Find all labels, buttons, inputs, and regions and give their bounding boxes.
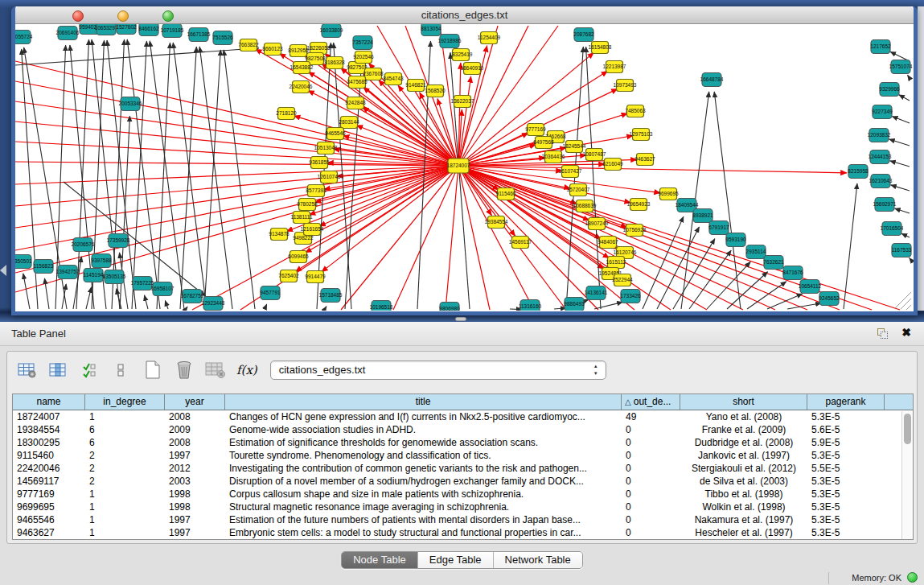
graph-edge[interactable] xyxy=(901,233,910,237)
tab-network-table[interactable]: Network Table xyxy=(494,552,582,568)
graph-edge[interactable] xyxy=(62,284,66,309)
network-canvas[interactable]: 1872400786601238912955182260589827508165… xyxy=(15,24,914,311)
graph-edge[interactable] xyxy=(643,216,684,309)
graph-edge[interactable] xyxy=(767,294,803,309)
graph-node-label: 9242848 xyxy=(345,100,366,105)
float-panel-icon[interactable] xyxy=(877,328,889,340)
table-header-row[interactable]: namein_degreeyeartitle△out_de...shortpag… xyxy=(13,394,913,410)
graph-edge[interactable] xyxy=(895,208,910,213)
table-cell: 1997 xyxy=(165,449,225,462)
graph-edge[interactable] xyxy=(186,307,187,309)
graph-edge[interactable] xyxy=(899,95,910,101)
table-cell: Wolkin et al. (1998) xyxy=(680,501,807,513)
graph-node-label: 8577393 xyxy=(306,187,326,193)
graph-edge[interactable] xyxy=(157,43,170,309)
graph-edge[interactable] xyxy=(594,302,622,309)
graph-edge[interactable] xyxy=(173,43,207,309)
delete-table-button-disabled[interactable] xyxy=(205,360,226,381)
table-options-button[interactable] xyxy=(17,360,38,381)
graph-node-label: 9115460 xyxy=(496,191,516,196)
column-header-pagerank[interactable]: pagerank xyxy=(807,394,885,410)
splitpane-collapse-arrow[interactable] xyxy=(0,265,6,276)
graph-edge[interactable] xyxy=(145,295,148,309)
graph-node-label: 16107427 xyxy=(559,168,582,174)
graph-edge[interactable] xyxy=(908,75,910,78)
graph-edge[interactable] xyxy=(891,185,910,191)
table-row[interactable]: 946362711997Embryonic stem cells: a mode… xyxy=(13,526,913,539)
table-cell: 18300295 xyxy=(13,436,85,449)
table-source-selector[interactable]: citations_edges.txt ▲▼ xyxy=(270,360,606,380)
column-header-out_de[interactable]: △out_de... xyxy=(622,394,680,410)
graph-edge[interactable] xyxy=(132,41,146,309)
graph-edge[interactable] xyxy=(341,166,458,310)
show-column-button[interactable] xyxy=(48,360,69,381)
table-row[interactable]: 1872400712008Changes of HCN gene express… xyxy=(13,410,913,423)
graph-node-label: 16033809 xyxy=(320,27,343,33)
table-row[interactable]: 969969511998Structural magnetic resonanc… xyxy=(13,501,913,513)
graph-edge[interactable] xyxy=(73,257,81,309)
column-header-title[interactable]: title xyxy=(225,394,622,410)
graph-edge[interactable] xyxy=(586,47,601,309)
graph-edge[interactable] xyxy=(458,166,847,173)
graph-edge[interactable] xyxy=(86,287,92,309)
table-cell: 5.9E-5 xyxy=(807,436,885,449)
graph-node-label: 8813054 xyxy=(421,26,441,31)
graph-edge[interactable] xyxy=(165,300,168,309)
graph-node-label: 17359928 xyxy=(107,237,130,243)
network-graph[interactable]: 1872400786601238912955182260589827508165… xyxy=(15,24,914,311)
graph-edge[interactable] xyxy=(325,307,326,309)
table-row[interactable]: 977716911998Corpus callosum shape and si… xyxy=(13,488,913,501)
graph-edge[interactable] xyxy=(15,48,259,65)
canvas-resize-grip[interactable] xyxy=(895,292,911,310)
graph-edge[interactable] xyxy=(707,262,750,309)
column-header-year[interactable]: year xyxy=(165,394,225,410)
column-header-in_degree[interactable]: in_degree xyxy=(85,394,165,410)
table-cell: Estimation of significance thresholds fo… xyxy=(225,436,622,449)
graph-node-label: 8466162 xyxy=(138,26,159,31)
graph-edge[interactable] xyxy=(199,47,232,309)
tab-node-table[interactable]: Node Table xyxy=(342,552,418,568)
graph-edge[interactable] xyxy=(224,50,255,309)
table-row[interactable]: 1938455462009Genome-wide association stu… xyxy=(13,423,913,436)
sort-ascending-icon: △ xyxy=(625,398,631,406)
graph-edge[interactable] xyxy=(265,304,267,309)
graph-edge[interactable] xyxy=(446,166,458,310)
table-cell: 5.3E-5 xyxy=(807,513,885,526)
graph-edge[interactable] xyxy=(112,39,125,309)
table-panel-card: f(x) citations_edges.txt ▲▼ namein_degre… xyxy=(6,351,918,544)
graph-edge[interactable] xyxy=(23,274,30,309)
table-row[interactable]: 1456911722003Disruption of a novel membe… xyxy=(13,475,913,488)
table-row[interactable]: 1830029562008Estimation of significance … xyxy=(13,436,913,449)
graph-edge[interactable] xyxy=(204,50,220,309)
table-row[interactable]: 946554611997Estimation of the future num… xyxy=(13,513,913,526)
function-builder-button[interactable]: f(x) xyxy=(236,363,257,377)
table-cell: 0 xyxy=(622,449,680,462)
window-titlebar[interactable]: citations_edges.txt xyxy=(15,6,914,24)
close-panel-icon[interactable]: ✖ xyxy=(901,326,911,339)
new-column-button[interactable] xyxy=(142,360,163,381)
graph-node-label: 9463627 xyxy=(634,156,655,162)
graph-node-label: 15692971 xyxy=(873,201,897,207)
graph-edge[interactable] xyxy=(657,227,699,309)
graph-edge[interactable] xyxy=(345,55,362,309)
graph-edge[interactable] xyxy=(180,47,196,309)
column-header-short[interactable]: short xyxy=(680,394,807,410)
graph-edge[interactable] xyxy=(889,139,910,146)
tab-edge-table[interactable]: Edge Table xyxy=(418,552,494,568)
graph-edge[interactable] xyxy=(369,64,458,166)
graph-edge[interactable] xyxy=(844,183,857,309)
graph-edge[interactable] xyxy=(892,117,910,123)
scrollbar-thumb[interactable] xyxy=(904,414,911,444)
graph-node-label: 8912955 xyxy=(288,47,309,53)
column-header-name[interactable]: name xyxy=(13,394,85,410)
vertical-scrollbar[interactable] xyxy=(901,411,913,539)
unselect-all-columns-icon[interactable] xyxy=(111,360,132,381)
delete-column-button[interactable] xyxy=(174,360,195,381)
splitpane-handle[interactable] xyxy=(455,317,466,321)
table-row[interactable]: 911546021997Tourette syndrome. Phenomeno… xyxy=(13,449,913,462)
select-all-columns-icon[interactable] xyxy=(80,360,101,381)
table-row[interactable]: 2242004622012Investigating the contribut… xyxy=(13,462,913,475)
graph-edge[interactable] xyxy=(890,161,910,167)
memory-status-indicator[interactable] xyxy=(907,572,918,583)
table-cell: 1 xyxy=(85,410,165,423)
